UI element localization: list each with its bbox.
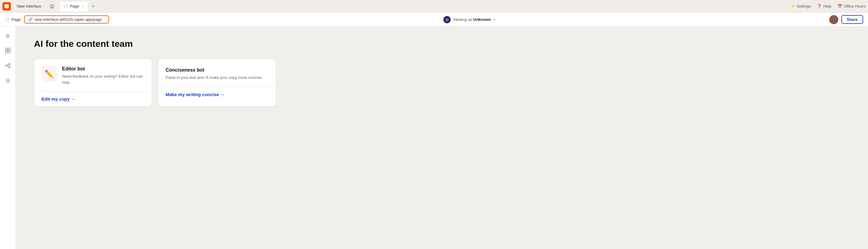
tab-page[interactable]: 📄 Page × (59, 1, 88, 11)
link-icon: 🔗 (28, 17, 33, 22)
sidebar-item-manage[interactable] (3, 77, 12, 86)
app-name-label: New Interface (17, 4, 41, 8)
page-breadcrumb: 📄 Page (5, 17, 21, 22)
svg-point-4 (5, 65, 7, 66)
viewing-label: Viewing as Unknown (453, 17, 491, 22)
main-layout: ⚙ (0, 27, 868, 249)
page-bar: 📄 Page 🔗 new-interface-a95103.zapier.app… (0, 13, 868, 27)
url-text: new-interface-a95103.zapier.app/page (34, 17, 102, 22)
layout-icon (5, 48, 10, 55)
card-top-editor: ✏️ Editor bot Need feedback on your writ… (34, 59, 152, 91)
sidebar: ⚙ (0, 27, 16, 249)
viewing-chevron-icon[interactable]: ▾ (493, 18, 495, 21)
editor-bot-name: Editor bot (62, 66, 144, 72)
share-button[interactable]: Share (841, 15, 863, 24)
svg-line-8 (7, 66, 8, 67)
app-icon[interactable] (2, 2, 11, 10)
cards-row: ✏️ Editor bot Need feedback on your writ… (34, 59, 850, 107)
editor-bot-text: Editor bot Need feedback on your writing… (62, 66, 144, 85)
edit-my-copy-link[interactable]: Edit my copy → (34, 92, 152, 106)
svg-point-6 (8, 66, 10, 68)
page-bar-label: Page (11, 17, 21, 22)
tab-home[interactable]: 🏠 (46, 1, 58, 11)
svg-point-9 (7, 80, 9, 81)
page-bar-icon: 📄 (5, 17, 10, 22)
chrome-bar: New Interface 🏠 📄 Page × + ⚡ Settings ❓ … (0, 0, 868, 13)
new-tab-button[interactable]: + (89, 2, 97, 10)
svg-rect-0 (5, 48, 7, 50)
tab-app-name[interactable]: New Interface (13, 1, 45, 11)
editor-bot-icon-box: ✏️ (41, 66, 57, 82)
help-nav-item[interactable]: ❓ Help (817, 4, 831, 8)
connections-icon (5, 63, 10, 70)
page-tab-label: Page (70, 4, 79, 8)
sidebar-item-layout[interactable] (3, 46, 12, 56)
content-area: AI for the content team ✏️ Editor bot Ne… (16, 27, 868, 249)
sidebar-item-gear[interactable]: ⚙ (3, 31, 12, 40)
home-icon: 🏠 (50, 4, 55, 8)
conciseness-bot-text: Conciseness bot Paste in your text and I… (165, 66, 263, 81)
user-avatar[interactable]: 👤 (829, 15, 838, 24)
make-concise-link[interactable]: Make my writing concise → (158, 87, 276, 102)
svg-point-5 (8, 63, 10, 65)
conciseness-bot-desc: Paste in your text and I'll make your co… (165, 75, 263, 81)
settings-nav-item[interactable]: ⚡ Settings (790, 4, 811, 8)
help-label: Help (823, 4, 831, 8)
calendar-icon: 📅 (837, 4, 842, 8)
card-editor-bot: ✏️ Editor bot Need feedback on your writ… (34, 59, 152, 107)
svg-rect-1 (8, 48, 10, 50)
tab-close-button[interactable]: × (82, 4, 84, 8)
conciseness-bot-name: Conciseness bot (165, 67, 263, 73)
settings-label: Settings (797, 4, 811, 8)
manage-icon (5, 78, 10, 85)
card-conciseness-bot: Conciseness bot Paste in your text and I… (158, 59, 276, 107)
chrome-right-nav: ⚡ Settings ❓ Help 📅 Office Hours (790, 4, 866, 8)
svg-rect-2 (5, 51, 7, 53)
gear-icon: ⚙ (5, 33, 10, 39)
help-icon: ❓ (817, 4, 822, 8)
sidebar-item-connections[interactable] (3, 62, 12, 71)
editor-bot-desc: Need feedback on your writing? Editor bo… (62, 73, 144, 85)
url-bar[interactable]: 🔗 new-interface-a95103.zapier.app/page (24, 15, 109, 24)
svg-rect-3 (8, 51, 10, 53)
svg-line-7 (7, 64, 8, 65)
user-avatar-small: U (443, 16, 451, 23)
pencil-icon: ✏️ (44, 70, 54, 79)
page-bar-right: 👤 Share (829, 15, 863, 24)
office-hours-label: Office Hours (844, 4, 866, 8)
page-title: AI for the content team (34, 39, 850, 49)
card-top-conciseness: Conciseness bot Paste in your text and I… (158, 59, 276, 87)
settings-icon: ⚡ (790, 4, 795, 8)
viewing-section: U Viewing as Unknown ▾ (443, 16, 495, 23)
office-hours-nav-item[interactable]: 📅 Office Hours (837, 4, 866, 8)
page-tab-icon: 📄 (63, 4, 68, 8)
